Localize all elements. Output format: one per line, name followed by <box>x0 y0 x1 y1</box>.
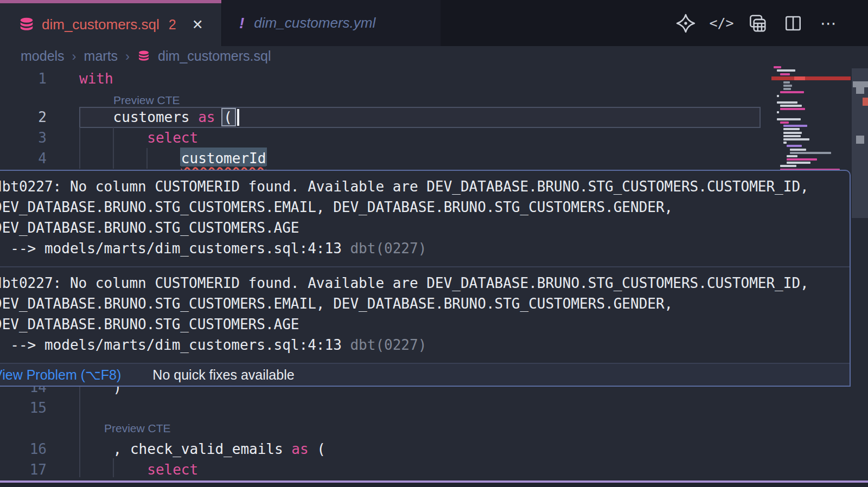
tab-dim-customers-sql[interactable]: dim_customers.sql 2 ✕ <box>0 0 221 46</box>
code-text: customerId <box>79 148 266 169</box>
error-message-line: dbt0227: No column CUSTOMERID found. Ava… <box>0 273 845 293</box>
text-cursor <box>237 109 239 126</box>
minimap-code-line <box>790 152 831 154</box>
code-line-1[interactable]: 1with <box>0 68 762 89</box>
code-segment <box>215 109 224 125</box>
editor-toolbar: </> ⋯ <box>675 0 840 46</box>
line-number[interactable]: 2 <box>0 107 47 127</box>
error-source-code: dbt(0227) <box>350 337 426 353</box>
minimap-code-line <box>783 125 807 127</box>
database-icon <box>137 50 150 63</box>
view-problem-link[interactable]: View Problem (⌥F8) <box>0 367 121 383</box>
minimap-code-line <box>783 85 792 87</box>
code-segment: with <box>79 71 113 87</box>
codelens-row[interactable]: Preview CTE <box>0 418 762 439</box>
code-segment <box>79 462 147 478</box>
code-segment <box>79 150 181 166</box>
minimap-code-line <box>787 145 802 147</box>
breadcrumb: models › marts › dim_customers.sql <box>0 46 868 66</box>
line-number[interactable]: 17 <box>0 459 47 480</box>
overview-ruler-mark <box>856 87 864 94</box>
error-message-line: DEV_DATABASE.BRUNO.STG_CUSTOMERS.EMAIL, … <box>0 197 845 217</box>
error-message-block: dbt0227: No column CUSTOMERID found. Ava… <box>0 171 850 266</box>
minimap-code-line <box>780 73 790 75</box>
overview-ruler-mark <box>856 136 864 144</box>
line-number[interactable]: 16 <box>0 439 47 459</box>
overview-ruler-mark <box>853 81 868 87</box>
minimap-code-line <box>787 162 810 164</box>
code-text: customers as ( <box>79 107 232 127</box>
overview-ruler-error-mark <box>863 98 868 106</box>
minimap-error-word <box>794 76 805 80</box>
database-icon <box>18 17 35 33</box>
chevron-right-icon: › <box>125 49 130 64</box>
tab-modified-badge: 2 <box>169 17 176 33</box>
code-segment: as <box>291 441 308 457</box>
code-segment: as <box>198 109 215 125</box>
code-text: select <box>79 459 198 480</box>
code-segment: customers <box>79 109 198 125</box>
minimap-code-line <box>783 81 790 84</box>
minimap-error-line <box>771 76 851 80</box>
error-location-line: --> models/marts/dim_customers.sql:4:13 … <box>0 335 845 355</box>
chevron-right-icon: › <box>72 49 76 64</box>
minimap-code-line <box>783 132 802 134</box>
breadcrumb-models[interactable]: models <box>21 48 65 64</box>
code-line-17[interactable]: 17 select <box>0 459 762 480</box>
error-source-code: dbt(0227) <box>350 240 426 257</box>
tab-label: dim_customers.yml <box>254 15 375 31</box>
popup-footer: View Problem (⌥F8) No quick fixes availa… <box>0 363 850 386</box>
minimap-code-line <box>787 158 817 161</box>
dbt-logo-icon[interactable] <box>675 12 697 34</box>
minimap-code-line <box>777 101 797 104</box>
code-segment: , check_valid_emails <box>79 441 291 457</box>
minimap-code-line <box>780 105 802 107</box>
error-message-line: DEV_DATABASE.BRUNO.STG_CUSTOMERS.EMAIL, … <box>0 293 845 314</box>
code-segment: ( <box>224 109 232 125</box>
tab-dim-customers-yml[interactable]: ! dim_customers.yml <box>222 0 441 46</box>
close-icon[interactable]: ✕ <box>192 17 203 33</box>
code-line-15[interactable]: 15 <box>0 398 762 418</box>
breadcrumb-marts[interactable]: marts <box>84 48 118 64</box>
warning-icon: ! <box>239 15 244 32</box>
error-file-location[interactable]: --> models/marts/dim_customers.sql:4:13 <box>0 240 350 257</box>
more-actions-icon[interactable]: ⋯ <box>818 12 840 34</box>
minimap-code-line <box>783 142 787 144</box>
panel-strip <box>0 483 868 487</box>
minimap-code-line <box>787 155 797 157</box>
minimap-code-line <box>774 66 781 68</box>
preview-table-icon[interactable] <box>746 12 768 34</box>
split-editor-icon[interactable] <box>782 12 804 34</box>
code-line-2[interactable]: 2 customers as ( <box>0 107 762 127</box>
code-segment: ( <box>309 441 326 457</box>
line-number[interactable]: 1 <box>0 68 47 89</box>
minimap-code-line <box>780 165 796 167</box>
line-number[interactable]: 4 <box>0 148 47 169</box>
minimap-code-line <box>780 121 789 124</box>
problem-hover-popup: dbt0227: No column CUSTOMERID found. Ava… <box>0 170 851 387</box>
minimap-code-line <box>783 135 801 137</box>
line-number[interactable]: 15 <box>0 398 47 418</box>
code-segment: select <box>147 462 198 478</box>
tab-label: dim_customers.sql <box>42 16 159 33</box>
code-line-3[interactable]: 3 select <box>0 127 762 148</box>
minimap-code-line <box>780 108 805 110</box>
breadcrumb-file[interactable]: dim_customers.sql <box>158 48 271 64</box>
minimap-code-line <box>777 118 801 120</box>
compile-code-icon[interactable]: </> <box>711 12 732 34</box>
minimap-blank-line <box>762 97 851 100</box>
codelens-preview-cte[interactable]: Preview CTE <box>104 419 171 438</box>
code-text: select <box>79 127 198 148</box>
minimap-code-line <box>783 138 809 140</box>
minimap-code-line <box>783 128 800 130</box>
code-text: with <box>79 68 113 89</box>
code-line-16[interactable]: 16 , check_valid_emails as ( <box>0 439 762 459</box>
code-line-4[interactable]: 4 customerId <box>0 148 762 169</box>
error-file-location[interactable]: --> models/marts/dim_customers.sql:4:13 <box>0 337 350 353</box>
code-text: , check_valid_emails as ( <box>79 439 326 459</box>
no-quick-fixes-text: No quick fixes available <box>152 367 294 383</box>
error-message-line: DEV_DATABASE.BRUNO.STG_CUSTOMERS.AGE <box>0 217 845 238</box>
minimap-code-line <box>780 91 804 93</box>
minimap-code-line <box>783 88 791 90</box>
line-number[interactable]: 3 <box>0 127 47 148</box>
